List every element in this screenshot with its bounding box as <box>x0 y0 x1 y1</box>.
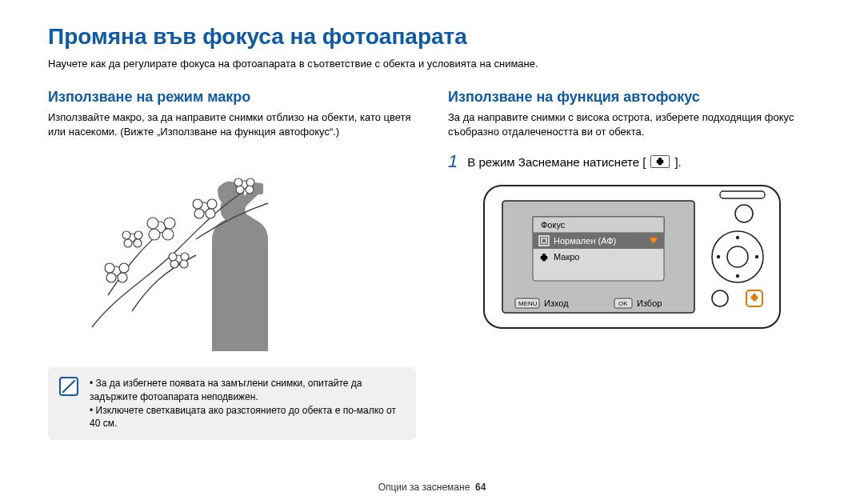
svg-point-12 <box>207 199 217 209</box>
two-column-layout: Използване на режим макро Използвайте ма… <box>48 89 816 440</box>
camera-menu-item-1-label: Нормален (АФ) <box>554 236 616 246</box>
note-box: За да избегнете появата на замъглени сни… <box>48 367 416 440</box>
camera-menu-item-2-label: Макро <box>554 252 579 262</box>
camera-top-right-button <box>735 205 753 222</box>
svg-point-7 <box>164 218 175 229</box>
svg-point-43 <box>755 255 758 258</box>
svg-point-29 <box>170 260 178 268</box>
camera-bottom-left-small-button <box>712 290 728 306</box>
svg-point-10 <box>147 218 158 229</box>
svg-point-4 <box>106 273 116 282</box>
svg-point-40 <box>736 236 739 239</box>
step-number: 1 <box>448 151 458 172</box>
camera-back-illustration: Фокус Нормален (АФ) Макро MENU Изход <box>480 182 784 334</box>
camera-menu-bottom-left-label: Изход <box>544 298 569 308</box>
camera-menu-bottom-right-label: Избор <box>637 298 662 308</box>
footer-page-number: 64 <box>475 482 486 493</box>
note-item: За да избегнете появата на замъглени сни… <box>90 377 405 404</box>
autofocus-section-heading: Използване на функция автофокус <box>448 89 816 106</box>
step-1: 1 В режим Заснемане натиснете [ ]. <box>448 151 816 172</box>
page-body: Промяна във фокуса на фотоапарата Научет… <box>0 0 864 440</box>
svg-point-25 <box>234 178 242 186</box>
svg-point-18 <box>134 239 142 247</box>
svg-point-23 <box>246 186 254 194</box>
svg-point-17 <box>134 231 142 239</box>
camera-menu-bottom-left-btn: MENU <box>518 300 538 307</box>
step-text-after: ]. <box>674 155 681 169</box>
svg-point-42 <box>717 255 720 258</box>
page-subtitle: Научете как да регулирате фокуса на фото… <box>48 58 816 70</box>
page-title: Промяна във фокуса на фотоапарата <box>48 24 816 50</box>
svg-point-41 <box>736 274 739 278</box>
svg-point-24 <box>236 186 244 194</box>
camera-menu-title: Фокус <box>541 220 566 230</box>
svg-point-28 <box>180 260 188 268</box>
svg-point-8 <box>162 229 174 240</box>
svg-point-15 <box>193 199 202 209</box>
svg-point-3 <box>118 273 127 282</box>
left-column: Използване на режим макро Използвайте ма… <box>48 89 416 440</box>
svg-point-5 <box>105 263 114 273</box>
svg-point-14 <box>194 209 204 218</box>
note-list: За да избегнете появата на замъглени сни… <box>90 377 405 430</box>
macro-section-heading: Използване на режим макро <box>48 89 416 106</box>
svg-point-9 <box>149 229 160 240</box>
svg-point-19 <box>124 239 132 247</box>
woman-photographing-flowers-illustration <box>84 151 380 351</box>
camera-zoom-rocker <box>720 191 765 198</box>
step-text-before: В режим Заснемане натиснете [ <box>467 155 646 169</box>
svg-point-30 <box>169 253 177 261</box>
svg-point-2 <box>119 263 129 273</box>
macro-button-icon <box>650 155 670 168</box>
page-footer: Опции за заснемане 64 <box>0 482 864 493</box>
right-column: Използване на функция автофокус За да на… <box>448 89 816 440</box>
camera-menu-bottom-right-btn: OK <box>618 300 628 307</box>
macro-illustration <box>48 151 416 351</box>
svg-point-13 <box>206 209 215 218</box>
note-item: Изключете светкавицата ако разстоянието … <box>90 404 405 431</box>
footer-section-label: Опции за заснемане <box>378 482 470 493</box>
camera-dpad-center <box>727 246 748 267</box>
macro-section-body: Използвайте макро, за да направите снимк… <box>48 110 416 138</box>
autofocus-section-body: За да направите снимки с висока острота,… <box>448 110 816 138</box>
svg-point-20 <box>122 231 130 239</box>
camera-illustration: Фокус Нормален (АФ) Макро MENU Изход <box>448 182 816 334</box>
note-icon <box>59 377 78 396</box>
